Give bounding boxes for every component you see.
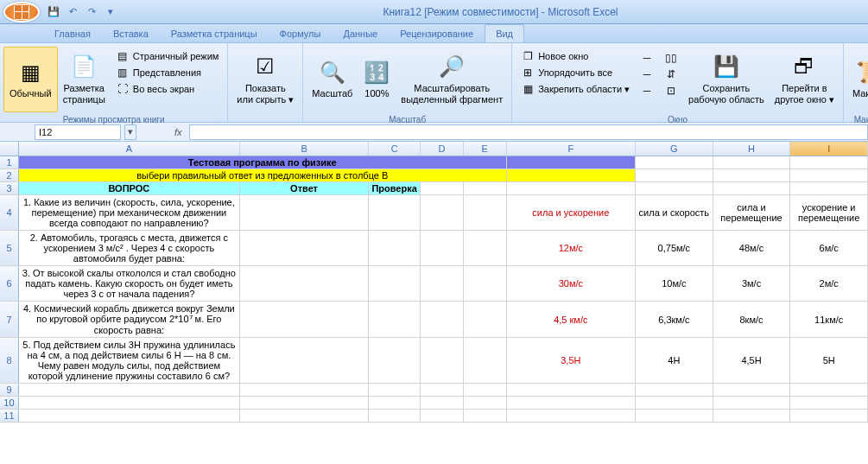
row-header-11[interactable]: 11	[0, 410, 19, 422]
answer-cell[interactable]: 4,5 км/с	[507, 302, 636, 337]
answer-cell[interactable]: 4Н	[636, 338, 713, 383]
qat-dropdown-icon[interactable]: ▾	[102, 3, 119, 21]
cell[interactable]	[790, 169, 868, 181]
show-hide-button[interactable]: ☑ Показать или скрыть ▾	[231, 47, 299, 112]
cell[interactable]	[507, 169, 636, 181]
cell[interactable]	[240, 266, 369, 301]
answer-cell[interactable]: 3м/с	[713, 266, 791, 301]
col-header-E[interactable]: E	[464, 142, 507, 156]
zoom-selection-button[interactable]: 🔎Масштабировать выделенный фрагмент	[396, 47, 508, 112]
question-cell[interactable]: 3. От высокой скалы откололся и стал сво…	[19, 266, 240, 301]
cell[interactable]	[464, 410, 507, 422]
page-break-button[interactable]: ▤Страничный режим	[114, 48, 221, 64]
col-header-G[interactable]: G	[636, 142, 713, 156]
view-side-button[interactable]: ▯▯	[662, 50, 680, 66]
cell[interactable]	[369, 338, 421, 383]
row-header-3[interactable]: 3	[0, 182, 19, 194]
cell[interactable]	[790, 397, 868, 409]
cell[interactable]	[421, 410, 464, 422]
answer-cell[interactable]: 5Н	[790, 338, 868, 383]
cell[interactable]	[790, 384, 868, 396]
col-header-C[interactable]: C	[369, 142, 421, 156]
answer-cell[interactable]: 30м/с	[507, 266, 636, 301]
cell[interactable]	[19, 410, 240, 422]
cell[interactable]	[240, 302, 369, 337]
cell[interactable]	[240, 195, 369, 230]
cell[interactable]	[507, 410, 636, 422]
header-cell[interactable]	[464, 182, 507, 194]
tab-данные[interactable]: Данные	[332, 24, 389, 42]
header-cell[interactable]: ВОПРОС	[19, 182, 240, 194]
cell[interactable]	[421, 384, 464, 396]
select-all-button[interactable]	[0, 142, 19, 156]
zoom-button[interactable]: 🔍Масштаб	[307, 47, 358, 112]
answer-cell[interactable]: сила и перемещение	[713, 195, 791, 230]
cell[interactable]	[507, 156, 636, 168]
header-cell[interactable]	[713, 182, 791, 194]
row-header-9[interactable]: 9	[0, 384, 19, 396]
question-cell[interactable]: 2. Автомобиль, трогаясь с места, движетс…	[19, 231, 240, 265]
header-cell[interactable]: Ответ	[240, 182, 369, 194]
cell[interactable]	[240, 384, 369, 396]
freeze-panes-button[interactable]: ▦Закрепить области ▾	[519, 81, 631, 97]
formula-input[interactable]	[189, 124, 868, 140]
fx-button[interactable]: fx	[171, 127, 186, 137]
question-cell[interactable]: 5. Под действием силы 3Н пружина удлинил…	[19, 338, 240, 383]
cell[interactable]	[421, 302, 464, 337]
cell[interactable]	[421, 266, 464, 301]
header-cell[interactable]	[636, 182, 713, 194]
cell[interactable]	[240, 338, 369, 383]
cell[interactable]	[636, 410, 713, 422]
macros-button[interactable]: 📜Макрос	[847, 47, 868, 112]
cell[interactable]	[636, 397, 713, 409]
cell[interactable]	[369, 266, 421, 301]
row-header-1[interactable]: 1	[0, 156, 19, 168]
cell[interactable]	[369, 195, 421, 230]
header-cell[interactable]	[790, 182, 868, 194]
cell[interactable]	[421, 397, 464, 409]
answer-cell[interactable]: 12м/с	[507, 231, 636, 265]
zoom-100-button[interactable]: 🔢100%	[358, 47, 396, 112]
tab-главная[interactable]: Главная	[43, 24, 102, 42]
col-header-I[interactable]: I	[790, 142, 868, 156]
header-cell[interactable]	[421, 182, 464, 194]
answer-cell[interactable]: 6м/с	[790, 231, 868, 265]
tab-вид[interactable]: Вид	[485, 24, 524, 42]
reset-pos-button[interactable]: ⊡	[662, 83, 680, 99]
cell[interactable]	[636, 169, 713, 181]
col-header-F[interactable]: F	[507, 142, 636, 156]
row-header-2[interactable]: 2	[0, 169, 19, 181]
cell[interactable]	[240, 231, 369, 265]
cell[interactable]	[507, 397, 636, 409]
row-header-6[interactable]: 6	[0, 266, 19, 301]
answer-cell[interactable]: 48м/с	[713, 231, 791, 265]
office-button[interactable]	[3, 2, 40, 22]
cell[interactable]	[790, 410, 868, 422]
cell[interactable]	[369, 410, 421, 422]
cell[interactable]	[240, 410, 369, 422]
cell[interactable]	[713, 397, 791, 409]
cell[interactable]	[636, 156, 713, 168]
undo-icon[interactable]: ↶	[64, 3, 81, 21]
cell[interactable]	[421, 338, 464, 383]
cell[interactable]	[464, 266, 507, 301]
cell[interactable]	[369, 302, 421, 337]
cell[interactable]	[369, 384, 421, 396]
sync-scroll-button[interactable]: ⇵	[662, 67, 680, 82]
tab-разметка страницы[interactable]: Разметка страницы	[160, 24, 269, 42]
cell[interactable]	[713, 384, 791, 396]
cell[interactable]	[464, 384, 507, 396]
cell[interactable]	[713, 156, 791, 168]
col-header-B[interactable]: B	[240, 142, 369, 156]
question-cell[interactable]: 4. Космический корабль движется вокруг З…	[19, 302, 240, 337]
tab-формулы[interactable]: Формулы	[269, 24, 333, 42]
view-page-layout-button[interactable]: 📄 Разметка страницы	[58, 47, 111, 112]
answer-cell[interactable]: 4,5Н	[713, 338, 791, 383]
answer-cell[interactable]: 10м/с	[636, 266, 713, 301]
title-cell[interactable]: Тестовая программа по физике	[19, 156, 507, 168]
cell[interactable]	[421, 195, 464, 230]
answer-cell[interactable]: 6,3км/с	[636, 302, 713, 337]
tab-вставка[interactable]: Вставка	[102, 24, 160, 42]
answer-cell[interactable]: 3,5Н	[507, 338, 636, 383]
name-box[interactable]: I12	[35, 124, 121, 140]
